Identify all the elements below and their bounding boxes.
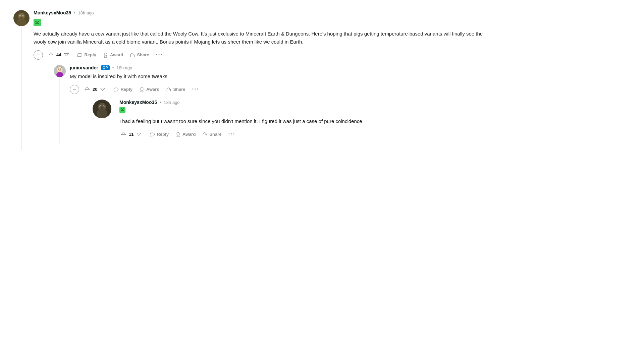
- comment-header: MonkeysxMoo35 • 18h ago: [34, 10, 483, 15]
- timestamp: 18h ago: [116, 65, 132, 70]
- svg-rect-11: [38, 21, 39, 22]
- vote-count: 11: [129, 132, 133, 137]
- upvote-button[interactable]: [47, 51, 55, 59]
- svg-point-20: [60, 69, 61, 70]
- svg-point-18: [57, 67, 62, 72]
- svg-rect-36: [121, 108, 122, 109]
- action-bar: 11: [119, 129, 483, 139]
- reply-button[interactable]: Reply: [111, 85, 135, 94]
- action-bar: − 20: [70, 84, 483, 94]
- award-badge: [34, 19, 41, 26]
- svg-rect-12: [37, 22, 38, 23]
- downvote-button[interactable]: [99, 85, 107, 94]
- award-label: Award: [146, 87, 160, 92]
- downvote-button[interactable]: [135, 130, 143, 138]
- svg-rect-41: [123, 111, 124, 111]
- award-label: Award: [182, 132, 196, 137]
- upvote-button[interactable]: [83, 85, 91, 94]
- more-button[interactable]: ···: [190, 84, 202, 94]
- svg-rect-14: [35, 23, 37, 24]
- svg-rect-10: [35, 21, 37, 22]
- nested-comment-level1: juniorvander OP • 18h ago My model is in…: [54, 65, 483, 144]
- username[interactable]: juniorvander: [70, 65, 98, 70]
- comment-body: MonkeysxMoo35 • 18h ago: [34, 10, 483, 150]
- username[interactable]: MonkeysxMoo35: [119, 100, 157, 105]
- svg-rect-15: [38, 23, 39, 24]
- share-button[interactable]: Share: [200, 130, 224, 138]
- timestamp: 18h ago: [164, 100, 180, 105]
- reply-button[interactable]: Reply: [147, 130, 171, 138]
- vote-count: 44: [56, 52, 61, 57]
- svg-point-25: [141, 87, 143, 90]
- avatar: [93, 100, 111, 118]
- share-button[interactable]: Share: [127, 51, 152, 59]
- share-button[interactable]: Share: [163, 85, 188, 94]
- share-label: Share: [137, 52, 149, 57]
- svg-point-19: [58, 69, 59, 70]
- comment-text: I had a feeling but I wasn't too sure si…: [119, 117, 483, 125]
- action-bar: − 44: [34, 50, 483, 60]
- comment-header: juniorvander OP • 18h ago: [70, 65, 483, 70]
- award-button[interactable]: Award: [173, 130, 199, 138]
- comment-text: We actually already have a cow variant j…: [34, 30, 483, 46]
- thread-line: [21, 27, 22, 150]
- reply-label: Reply: [120, 87, 132, 92]
- comment-item: MonkeysxMoo35 • 18h ago: [93, 100, 483, 139]
- svg-rect-8: [13, 10, 30, 26]
- thread-line: [59, 77, 60, 144]
- comment-item: juniorvander OP • 18h ago My model is in…: [54, 65, 483, 144]
- svg-rect-38: [122, 109, 123, 110]
- comment-body: MonkeysxMoo35 • 18h ago: [119, 100, 483, 139]
- reply-button[interactable]: Reply: [74, 51, 99, 59]
- vote-count: 20: [93, 87, 97, 92]
- svg-rect-34: [93, 100, 111, 118]
- comment-body: juniorvander OP • 18h ago My model is in…: [70, 65, 483, 144]
- collapse-button[interactable]: −: [34, 50, 43, 60]
- award-button[interactable]: Award: [137, 85, 162, 94]
- upvote-button[interactable]: [119, 130, 127, 138]
- svg-point-21: [59, 70, 61, 71]
- share-label: Share: [173, 87, 185, 92]
- username[interactable]: MonkeysxMoo35: [34, 10, 71, 15]
- vote-section: 20: [83, 85, 107, 94]
- nested-comment-level2: MonkeysxMoo35 • 18h ago: [93, 100, 483, 139]
- downvote-button[interactable]: [62, 51, 70, 59]
- svg-point-42: [177, 132, 179, 135]
- comment-item: MonkeysxMoo35 • 18h ago: [13, 10, 483, 150]
- share-label: Share: [209, 132, 221, 137]
- avatar: [54, 65, 66, 77]
- svg-point-16: [104, 53, 107, 56]
- svg-rect-40: [121, 111, 122, 111]
- more-button[interactable]: ···: [153, 50, 166, 60]
- svg-rect-37: [123, 108, 124, 109]
- avatar: [13, 10, 30, 26]
- timestamp: 18h ago: [78, 10, 94, 15]
- op-badge: OP: [101, 65, 110, 70]
- comment-header: MonkeysxMoo35 • 18h ago: [119, 100, 483, 105]
- comment-thread: MonkeysxMoo35 • 18h ago: [13, 10, 483, 150]
- award-label: Award: [110, 52, 123, 57]
- reply-label: Reply: [157, 132, 168, 137]
- collapse-button[interactable]: −: [70, 85, 79, 94]
- more-button[interactable]: ···: [226, 129, 238, 139]
- reply-label: Reply: [84, 52, 96, 57]
- award-button[interactable]: Award: [100, 51, 126, 59]
- award-badge-small: [119, 107, 483, 114]
- comment-text: My model is inspired by it with some twe…: [70, 72, 483, 80]
- vote-section: 44: [47, 51, 70, 59]
- vote-section: 11: [119, 130, 143, 138]
